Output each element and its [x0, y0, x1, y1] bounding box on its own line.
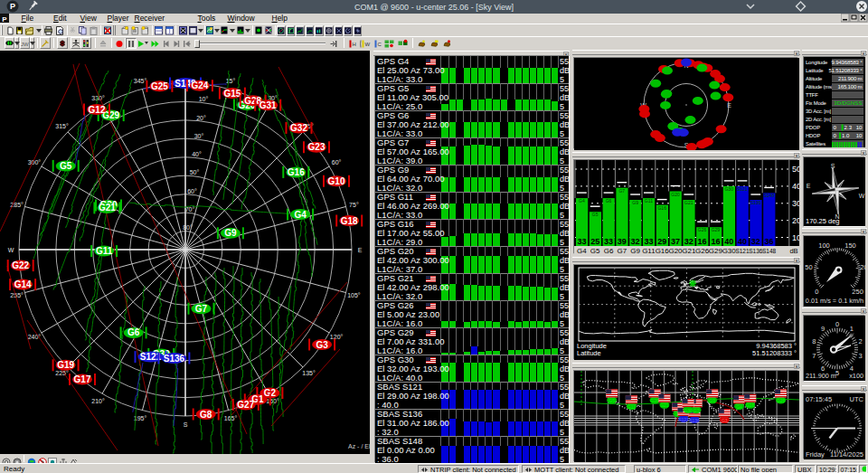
svg-text:10°: 10°	[199, 96, 209, 102]
svg-text:5: 5	[560, 455, 564, 463]
svg-text:32: 32	[631, 237, 640, 246]
svg-text:5: 5	[560, 346, 564, 355]
svg-text:G12: G12	[89, 105, 106, 115]
svg-text:dB: dB	[560, 175, 569, 184]
svg-text:W: W	[859, 193, 865, 199]
svg-text:300°: 300°	[28, 159, 42, 166]
svg-text:3D/DGNSS: 3D/DGNSS	[834, 99, 862, 106]
svg-text:G9: G9	[632, 200, 638, 205]
svg-text:G21: G21	[682, 247, 696, 255]
svg-text:39: 39	[618, 237, 627, 246]
svg-text:51.51208333 °: 51.51208333 °	[752, 349, 797, 357]
svg-text:11/14/2025: 11/14/2025	[830, 450, 863, 459]
svg-text:16: 16	[698, 237, 707, 246]
svg-text:G29: G29	[709, 247, 723, 255]
svg-text:40°: 40°	[192, 151, 202, 157]
svg-text:5: 5	[560, 129, 564, 138]
svg-text:dB: dB	[789, 247, 797, 255]
svg-text:50°: 50°	[190, 169, 200, 175]
svg-text:G21: G21	[660, 402, 669, 408]
svg-text:9.94368583 °: 9.94368583 °	[832, 59, 863, 65]
svg-text:P: P	[2, 15, 7, 24]
svg-text:W: W	[8, 247, 14, 253]
svg-text:G29: G29	[712, 227, 721, 232]
svg-text:33: 33	[577, 237, 586, 246]
svg-text:0.01 m/s = 0.1 km/h: 0.01 m/s = 0.1 km/h	[806, 297, 863, 305]
svg-text:150°: 150°	[266, 398, 279, 404]
svg-text:G19: G19	[57, 360, 74, 370]
svg-text:345°: 345°	[134, 78, 147, 84]
svg-text:Fix Mode: Fix Mode	[806, 100, 827, 106]
svg-text:16: 16	[711, 237, 720, 246]
svg-text:20: 20	[792, 216, 799, 225]
svg-text:0: 0	[815, 288, 818, 296]
svg-text:G16: G16	[657, 205, 666, 211]
svg-text:G26: G26	[777, 398, 786, 403]
svg-text:7: 7	[812, 352, 816, 360]
svg-text:G5: G5	[590, 247, 600, 255]
svg-text:S121: S121	[735, 248, 750, 254]
svg-text:105°: 105°	[347, 292, 361, 298]
svg-text:150: 150	[844, 241, 856, 250]
svg-text:255°: 255°	[10, 292, 24, 298]
svg-text:55: 55	[560, 111, 569, 120]
svg-text:S136: S136	[750, 200, 761, 205]
svg-text:G7: G7	[617, 247, 627, 255]
svg-text:G25: G25	[151, 81, 168, 91]
svg-text:G7: G7	[195, 304, 208, 314]
svg-text:G20: G20	[650, 398, 659, 403]
svg-text:G6: G6	[604, 247, 614, 255]
svg-text:80°: 80°	[183, 224, 193, 231]
svg-text:Latitude: Latitude	[806, 68, 824, 73]
svg-text:S148: S148	[762, 248, 777, 254]
svg-text:25: 25	[590, 237, 599, 246]
svg-text:Longitude: Longitude	[806, 60, 828, 65]
svg-text:G9: G9	[630, 247, 640, 255]
svg-text:G26: G26	[698, 227, 707, 232]
svg-text:G7: G7	[618, 188, 625, 194]
svg-text:PDOP: PDOP	[806, 125, 820, 130]
svg-text:07:15:45: 07:15:45	[806, 395, 832, 403]
svg-text:5: 5	[560, 319, 564, 328]
svg-text:G22: G22	[12, 260, 29, 270]
svg-text:55: 55	[560, 301, 569, 310]
svg-text:dB: dB	[560, 93, 569, 102]
svg-text:dB: dB	[560, 202, 569, 211]
svg-text:5: 5	[560, 238, 564, 247]
svg-text:G4: G4	[579, 198, 585, 203]
svg-text:W: W	[364, 42, 370, 47]
svg-text:55: 55	[560, 84, 569, 93]
svg-text:TTFF: TTFF	[806, 92, 818, 98]
svg-text:Az - / El -: Az - / El -	[348, 443, 370, 449]
svg-text:G30: G30	[724, 186, 733, 192]
svg-text:G9: G9	[224, 228, 237, 238]
svg-text:S148: S148	[764, 193, 775, 198]
svg-text:55: 55	[560, 383, 569, 392]
svg-text:G26: G26	[695, 247, 710, 255]
svg-text:dB: dB	[560, 364, 569, 374]
svg-text:32: 32	[684, 237, 693, 246]
svg-text:dB: dB	[560, 66, 569, 75]
svg-text:S121: S121	[737, 186, 748, 192]
svg-text:Altitude: Altitude	[806, 76, 823, 81]
svg-text:2: 2	[859, 337, 863, 345]
svg-text:3D Acc. [m]: 3D Acc. [m]	[806, 109, 831, 114]
svg-text:120°: 120°	[330, 334, 344, 340]
svg-text:G16: G16	[746, 402, 755, 408]
svg-text:C: C	[377, 42, 382, 47]
svg-text:G6: G6	[606, 198, 612, 203]
svg-text:dB: dB	[560, 337, 569, 346]
svg-text:G5: G5	[592, 212, 599, 217]
svg-text:G9: G9	[709, 398, 715, 403]
svg-text:200: 200	[860, 263, 865, 271]
svg-text:9: 9	[821, 325, 825, 333]
svg-text:40: 40	[724, 237, 733, 246]
svg-text:G17: G17	[74, 374, 91, 384]
svg-text:G14: G14	[14, 279, 32, 289]
svg-text:G7: G7	[693, 408, 700, 413]
svg-text:G20: G20	[668, 247, 683, 255]
svg-text:40: 40	[738, 237, 747, 246]
svg-text:JW: JW	[21, 41, 29, 46]
svg-text:G30: G30	[722, 247, 737, 255]
svg-text:dB: dB	[560, 120, 569, 129]
